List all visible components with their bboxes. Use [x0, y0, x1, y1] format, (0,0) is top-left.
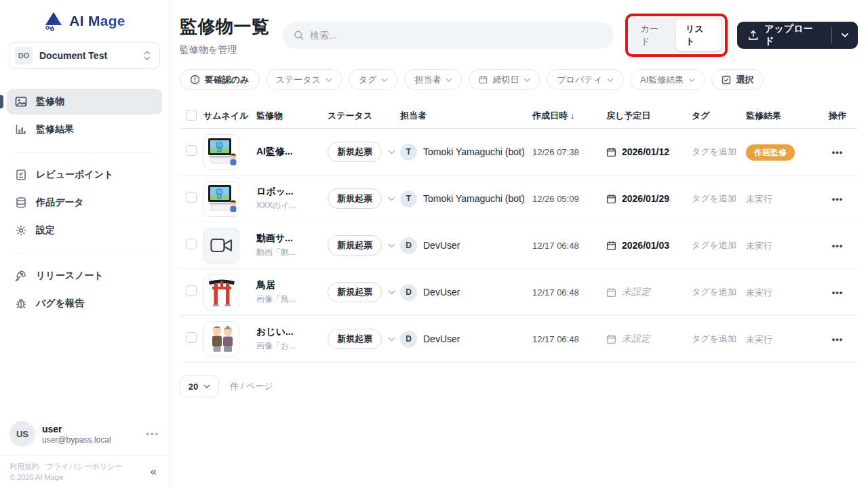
- privacy-link[interactable]: プライバシーポリシー: [46, 462, 122, 472]
- row-actions-icon[interactable]: •••: [817, 334, 858, 344]
- thumbnail-tv-robot[interactable]: [203, 181, 239, 217]
- select-mode-button[interactable]: 選択: [711, 69, 764, 90]
- status-pill[interactable]: 新規起票: [328, 282, 382, 302]
- result-badge[interactable]: 作画監修: [746, 144, 795, 161]
- item-subtitle: 画像「鳥...: [256, 293, 328, 305]
- created-at: 12/17 06:48: [532, 287, 597, 298]
- search-box[interactable]: [283, 22, 614, 49]
- col-header-status: ステータス: [328, 110, 400, 122]
- sidebar-item-supervision-results[interactable]: 監修結果: [7, 117, 162, 142]
- sidebar-divider: [14, 152, 155, 152]
- terms-link[interactable]: 利用規約: [9, 462, 39, 472]
- filter-property[interactable]: プロパティ: [547, 69, 624, 90]
- annotation-highlight: カード リスト: [625, 14, 728, 57]
- bug-icon: [15, 298, 27, 310]
- status-pill[interactable]: 新規起票: [328, 235, 382, 256]
- due-date[interactable]: 2026/01/03: [597, 240, 692, 251]
- view-toggle-list[interactable]: リスト: [676, 20, 722, 51]
- search-input[interactable]: [310, 30, 602, 41]
- chevron-down-icon[interactable]: [388, 197, 395, 201]
- view-toggle-card[interactable]: カード: [631, 20, 676, 51]
- upload-label: アップロード: [764, 23, 821, 47]
- sidebar-item-release-notes[interactable]: リリースノート: [7, 263, 162, 289]
- item-title[interactable]: 動画サ...: [256, 232, 328, 245]
- due-date[interactable]: 2026/01/12: [597, 146, 692, 157]
- upload-button[interactable]: アップロード: [737, 23, 831, 47]
- calendar-icon: [606, 287, 616, 298]
- user-name: user: [42, 424, 111, 434]
- row-actions-icon[interactable]: •••: [817, 241, 858, 251]
- row-checkbox[interactable]: [186, 332, 197, 343]
- add-tag-link[interactable]: タグを追加: [692, 286, 746, 298]
- row-actions-icon[interactable]: •••: [817, 194, 858, 204]
- sidebar-collapse-icon[interactable]: «: [151, 465, 157, 479]
- page-size-select[interactable]: 20: [180, 375, 219, 397]
- row-checkbox[interactable]: [186, 285, 197, 296]
- sidebar-item-supervised-items[interactable]: 監修物: [7, 89, 162, 115]
- chevron-down-icon[interactable]: [388, 290, 395, 295]
- created-at: 12/26 05:09: [532, 194, 597, 204]
- chevron-down-icon[interactable]: [388, 243, 395, 248]
- sidebar-item-label: 設定: [36, 224, 55, 237]
- sidebar-item-work-data[interactable]: 作品データ: [7, 190, 162, 216]
- row-checkbox[interactable]: [186, 192, 197, 203]
- assignee-name: DevUser: [423, 240, 460, 251]
- chevron-down-icon[interactable]: [388, 150, 395, 155]
- sidebar-item-settings[interactable]: 設定: [7, 218, 162, 243]
- row-checkbox[interactable]: [186, 145, 197, 156]
- col-header-actions: 操作: [817, 110, 858, 122]
- filter-status[interactable]: ステータス: [266, 69, 342, 90]
- col-header-due: 戻し予定日: [597, 110, 692, 122]
- calendar-icon: [606, 194, 616, 204]
- sidebar-item-label: 作品データ: [36, 197, 84, 209]
- page-size-unit: 件 / ページ: [230, 380, 273, 392]
- checklist-icon: [15, 169, 27, 181]
- filter-tag[interactable]: タグ: [349, 69, 399, 90]
- upload-dropdown-button[interactable]: [832, 33, 858, 38]
- add-tag-link[interactable]: タグを追加: [692, 192, 746, 205]
- user-profile[interactable]: US user user@bypass.local •••: [9, 421, 159, 447]
- add-tag-link[interactable]: タグを追加: [692, 146, 746, 158]
- filter-ai-result[interactable]: AI監修結果: [630, 69, 705, 90]
- chevron-down-icon: [446, 78, 452, 82]
- sidebar-item-label: レビューポイント: [36, 169, 113, 181]
- status-pill[interactable]: 新規起票: [328, 142, 382, 162]
- status-pill[interactable]: 新規起票: [328, 188, 382, 209]
- item-title[interactable]: AI監修...: [256, 146, 328, 158]
- chevron-down-icon: [203, 384, 210, 388]
- thumbnail-elderly-couple[interactable]: [203, 321, 239, 357]
- due-date[interactable]: 未設定: [597, 333, 692, 345]
- user-avatar: US: [9, 421, 35, 447]
- assignee-avatar: T: [400, 144, 417, 161]
- item-title[interactable]: おじい...: [256, 326, 328, 338]
- item-title[interactable]: 鳥居: [256, 279, 328, 291]
- sidebar-item-review-points[interactable]: レビューポイント: [7, 162, 162, 188]
- item-title[interactable]: ロボッ...: [256, 186, 328, 198]
- col-header-thumbnail: サムネイル: [203, 110, 256, 122]
- thumbnail-video[interactable]: [203, 228, 239, 264]
- filter-assignee[interactable]: 担当者: [404, 69, 462, 90]
- chevron-down-icon[interactable]: [388, 337, 395, 342]
- item-subtitle: 動画「動...: [256, 247, 328, 258]
- assignee-avatar: D: [400, 284, 417, 301]
- table-row: 動画サ... 動画「動... 新規起票 D DevUser 12/17 06:4…: [180, 222, 858, 269]
- row-checkbox[interactable]: [186, 239, 197, 249]
- add-tag-link[interactable]: タグを追加: [692, 333, 746, 345]
- due-date[interactable]: 未設定: [597, 286, 692, 298]
- filter-needs-review[interactable]: 要確認のみ: [180, 69, 260, 90]
- filter-deadline[interactable]: 締切日: [469, 69, 540, 90]
- sidebar-item-report-bug[interactable]: バグを報告: [7, 291, 162, 317]
- thumbnail-tv-robot[interactable]: [203, 134, 239, 170]
- status-pill[interactable]: 新規起票: [328, 329, 382, 349]
- row-actions-icon[interactable]: •••: [817, 287, 858, 298]
- sidebar-divider: [14, 253, 155, 253]
- add-tag-link[interactable]: タグを追加: [692, 239, 746, 251]
- user-menu-dots-icon[interactable]: •••: [146, 429, 159, 439]
- col-header-created[interactable]: 作成日時↓: [532, 110, 597, 122]
- due-date[interactable]: 2026/01/29: [597, 193, 692, 204]
- brand-logo: AI Mage: [0, 0, 169, 41]
- thumbnail-torii[interactable]: [203, 274, 239, 310]
- row-actions-icon[interactable]: •••: [817, 147, 858, 157]
- workspace-selector[interactable]: DO Document Test: [9, 42, 160, 69]
- select-all-checkbox[interactable]: [186, 110, 197, 121]
